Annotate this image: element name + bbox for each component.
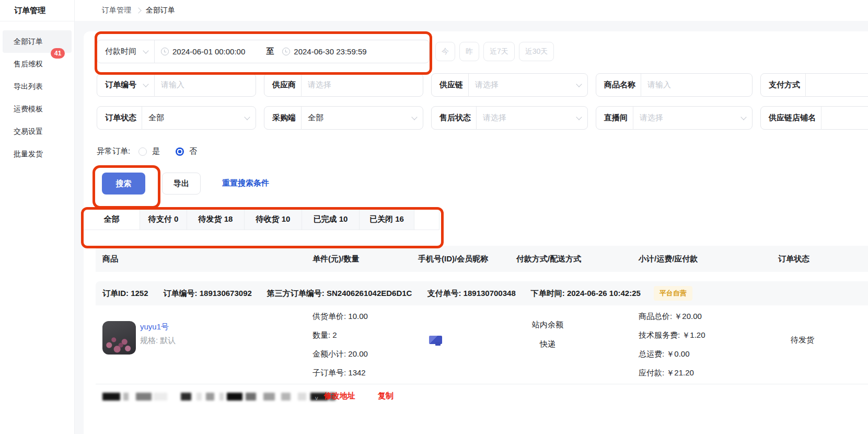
order-row: 订单ID: 1252 订单编号: 189130673092 第三方订单编号: S… [96, 281, 868, 408]
tab-filler [414, 209, 439, 230]
abnormal-order-row: 异常订单: 是 否 [97, 146, 197, 156]
after-sales-status-select[interactable]: 请选择 [477, 113, 575, 123]
order-no-filter[interactable]: 订单编号 请输入 [97, 73, 256, 97]
supplier-label: 供应商 [264, 80, 301, 90]
quick-range-today-button[interactable]: 今 [435, 42, 455, 61]
order-status-tabs: 全部 待支付 0 待发货 18 待收货 10 已完成 10 已关闭 16 [84, 208, 439, 230]
live-room-label: 直播间 [596, 113, 633, 123]
goods-total: 商品总价: ￥20.00 [639, 307, 705, 326]
chevron-down-icon [576, 114, 582, 120]
date-range-to-label: 至 [266, 47, 274, 56]
abnormal-yes-label[interactable]: 是 [152, 146, 160, 156]
quick-range-30days-button[interactable]: 近30天 [519, 42, 554, 61]
live-room-filter[interactable]: 直播间 请选择 [596, 106, 753, 130]
purchase-side-filter[interactable]: 采购端 全部 [264, 106, 423, 130]
quick-range-yesterday-button[interactable]: 昨 [459, 42, 479, 61]
sidebar-item-label: 导出列表 [14, 82, 43, 90]
col-unit-qty: 单件(元)/数量 [313, 246, 359, 272]
order-status-filter[interactable]: 订单状态 全部 [97, 106, 256, 130]
supply-chain-label: 供应链 [432, 80, 468, 90]
sidebar-divider [0, 21, 74, 21]
tab-completed[interactable]: 已完成 10 [302, 209, 360, 230]
chevron-down-icon [244, 114, 250, 120]
date-end-input[interactable]: 2024-06-30 23:59:59 [294, 47, 366, 56]
member-avatar-redacted [429, 336, 442, 344]
payment-method-filter[interactable]: 支付方式 [760, 73, 868, 97]
product-name-link[interactable]: yuyu1号 [140, 322, 169, 332]
table-header: 商品 单件(元)/数量 手机号(ID)/会员昵称 付款方式/配送方式 小计/运费… [96, 246, 868, 272]
time-field-select[interactable]: 付款时间 [97, 47, 142, 56]
abnormal-yes-radio[interactable] [138, 147, 147, 156]
chevron-down-icon [740, 114, 746, 120]
supply-chain-select[interactable]: 请选择 [469, 80, 575, 90]
totals-column: 商品总价: ￥20.00 技术服务费: ￥1.20 总运费: ￥0.00 应付款… [639, 307, 705, 382]
supply-chain-filter[interactable]: 供应链 请选择 [431, 73, 588, 97]
order-status-label: 订单状态 [97, 113, 142, 123]
order-status-value: 待发货 [791, 335, 814, 345]
sidebar-item-freight-template[interactable]: 运费模板 [3, 98, 72, 120]
amount-subtotal: 金额小计: 20.00 [313, 345, 368, 363]
sidebar-item-label: 运费模板 [14, 105, 43, 113]
service-fee: 技术服务费: ￥1.20 [639, 326, 705, 345]
col-member: 手机号(ID)/会员昵称 [418, 246, 488, 272]
product-name-input[interactable]: 请输入 [641, 80, 677, 90]
after-sales-status-filter[interactable]: 售后状态 请选择 [431, 106, 588, 130]
col-product: 商品 [102, 246, 118, 272]
payment-method-value: 站内余额 [516, 315, 579, 334]
amount-payable: 应付款: ￥21.20 [639, 363, 705, 382]
supplier-select[interactable]: 请选择 [302, 80, 338, 90]
divider [154, 40, 155, 63]
sidebar-item-after-sales[interactable]: 售后维权 41 [3, 53, 72, 75]
order-meta-bar: 订单ID: 1252 订单编号: 189130673092 第三方订单编号: S… [96, 281, 868, 305]
live-room-select[interactable]: 请选择 [633, 113, 739, 123]
abnormal-order-label: 异常订单: [97, 146, 130, 156]
after-sales-count-badge: 41 [51, 48, 65, 59]
col-payment-delivery: 付款方式/配送方式 [516, 246, 581, 272]
quick-range-7days-button[interactable]: 近7天 [483, 42, 515, 61]
tab-closed[interactable]: 已关闭 16 [360, 209, 414, 230]
tab-all[interactable]: 全部 [84, 209, 140, 230]
order-no: 订单编号: 189130673092 [164, 289, 252, 299]
order-status-select[interactable]: 全部 [142, 113, 243, 123]
sidebar-item-batch-ship[interactable]: 批量发货 [3, 143, 72, 165]
col-status: 订单状态 [778, 246, 809, 272]
breadcrumb: 订单管理 全部订单 [75, 0, 868, 15]
supply-chain-shop-label: 供应链店铺名 [761, 113, 821, 123]
chevron-right-icon [135, 7, 141, 13]
purchase-side-select[interactable]: 全部 [302, 113, 410, 123]
order-no-input[interactable]: 请输入 [155, 80, 191, 90]
search-button[interactable]: 搜索 [102, 173, 145, 195]
abnormal-no-label[interactable]: 否 [189, 146, 197, 156]
unit-qty-column: 供货单价: 10.00 数量: 2 金额小计: 20.00 子订单号: 1342 [313, 307, 368, 382]
sidebar-item-export-list[interactable]: 导出列表 [3, 75, 72, 98]
order-body: yuyu1号 规格: 默认 供货单价: 10.00 数量: 2 金额小计: 20… [96, 305, 868, 384]
payment-no: 支付单号: 189130700348 [427, 289, 515, 299]
sidebar-menu: 全部订单 售后维权 41 导出列表 运费模板 交易设置 批量发货 [0, 30, 74, 165]
chevron-down-icon [143, 48, 148, 53]
abnormal-no-radio[interactable] [176, 147, 184, 156]
sidebar-item-trade-settings[interactable]: 交易设置 [3, 120, 72, 143]
tab-pending-shipment[interactable]: 待发货 18 [187, 209, 245, 230]
order-management-page: { "sidebar": { "title": "订单管理", "items":… [0, 0, 868, 434]
divider [821, 107, 821, 130]
supply-chain-shop-filter[interactable]: 供应链店铺名 [760, 106, 868, 130]
address-redacted [102, 392, 335, 401]
clock-icon [161, 48, 169, 55]
reset-search-link[interactable]: 重置搜索条件 [222, 178, 269, 188]
date-start-input[interactable]: 2024-06-01 00:00:00 [172, 47, 245, 56]
tab-pending-receipt[interactable]: 待收货 10 [245, 209, 302, 230]
product-name-filter[interactable]: 商品名称 请输入 [596, 73, 753, 97]
tab-pending-payment[interactable]: 待支付 0 [140, 209, 187, 230]
order-no-field-select[interactable]: 订单编号 [97, 80, 142, 90]
edit-address-link[interactable]: 修改地址 [324, 391, 355, 401]
export-button[interactable]: 导出 [162, 173, 201, 195]
purchase-side-label: 采购端 [264, 113, 301, 123]
supplier-filter[interactable]: 供应商 请选择 [264, 73, 423, 97]
breadcrumb-parent[interactable]: 订单管理 [102, 6, 131, 15]
payment-delivery-column: 站内余额 快递 [516, 305, 579, 353]
quantity: 数量: 2 [313, 326, 368, 345]
product-thumbnail[interactable] [102, 321, 136, 355]
third-party-order-no: 第三方订单编号: SN2406261042ED6D1C [267, 289, 412, 299]
copy-address-link[interactable]: 复制 [378, 391, 394, 401]
platform-self-operated-badge: 平台自营 [654, 286, 692, 301]
